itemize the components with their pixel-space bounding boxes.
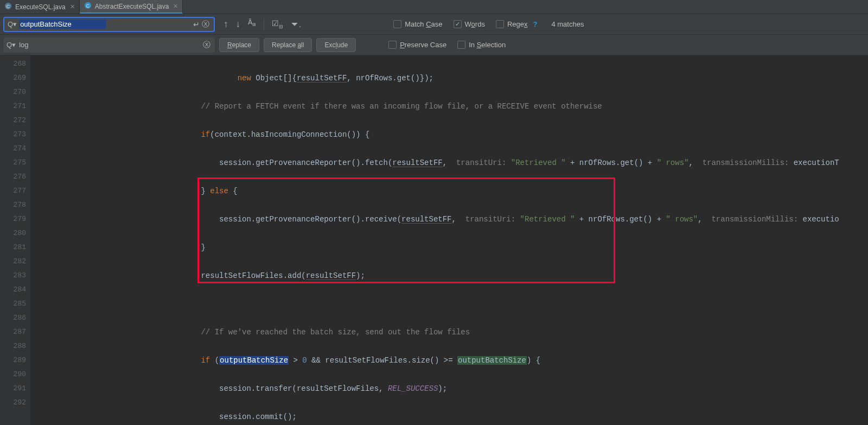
add-selection-icon[interactable]: ☑⊟	[272, 19, 283, 29]
replace-toolbar: Q▾ log ⓧ Replace Replace all Exclude Pre…	[0, 35, 868, 55]
line-number[interactable]: 290	[0, 367, 26, 382]
line-number[interactable]: 272	[0, 113, 26, 128]
line-number[interactable]: 292	[0, 396, 26, 410]
tab-label: AbstractExecuteSQL.java	[95, 3, 169, 10]
clear-find-icon[interactable]: ⓧ	[201, 20, 210, 29]
find-input[interactable]: Q▾ outputBatchSize ↵ ⓧ	[3, 17, 215, 32]
replace-input[interactable]: Q▾ log ⓧ	[3, 37, 215, 53]
checkbox-icon	[393, 20, 401, 28]
java-class-icon: C	[4, 2, 12, 11]
line-number[interactable]: 277	[0, 184, 26, 198]
checkbox-label: In Selection	[469, 41, 506, 49]
checkbox-icon	[388, 41, 397, 49]
line-number[interactable]: 273	[0, 128, 26, 142]
checkbox-label: Regex	[507, 20, 528, 28]
checkbox-label: Preserve Case	[400, 41, 446, 49]
line-number[interactable]: 278	[0, 198, 26, 212]
regex-checkbox[interactable]: Regex ?	[493, 20, 543, 28]
line-number[interactable]: 274	[0, 142, 26, 156]
java-class-icon: C	[84, 2, 92, 11]
exclude-button[interactable]: Exclude	[316, 38, 356, 52]
tab-abstract-execute-sql[interactable]: C AbstractExecuteSQL.java ✕	[80, 0, 183, 14]
line-number[interactable]: 283	[0, 269, 26, 283]
checkbox-icon	[496, 20, 504, 28]
checkbox-label: Match Case	[405, 20, 442, 28]
line-number[interactable]: 285	[0, 297, 26, 311]
words-checkbox[interactable]: Words	[450, 20, 488, 28]
line-number[interactable]: 268	[0, 57, 26, 71]
checkbox-icon	[457, 41, 465, 49]
tab-execute-sql[interactable]: C ExecuteSQL.java ✕	[0, 0, 80, 14]
line-number[interactable]: 282	[0, 255, 26, 269]
preserve-case-checkbox[interactable]: Preserve Case	[385, 41, 450, 49]
line-number[interactable]: 270	[0, 85, 26, 99]
replace-input-text: log	[16, 41, 112, 49]
match-case-checkbox[interactable]: Match Case	[390, 20, 445, 28]
replace-all-button[interactable]: Replace all	[264, 38, 312, 52]
checkbox-icon	[454, 20, 462, 28]
line-number[interactable]: 280	[0, 226, 26, 240]
search-icon: Q▾	[7, 41, 16, 49]
svg-text:C: C	[86, 3, 90, 9]
line-number[interactable]: 275	[0, 156, 26, 170]
line-number[interactable]: 284	[0, 283, 26, 297]
clear-replace-icon[interactable]: ⓧ	[202, 40, 212, 50]
line-number[interactable]: 276	[0, 170, 26, 184]
search-icon: Q▾	[8, 20, 17, 28]
replace-button[interactable]: Replace	[219, 38, 259, 52]
code-area[interactable]: new Object[]{resultSetFF, nrOfRows.get()…	[30, 55, 868, 425]
line-number[interactable]: 281	[0, 240, 26, 255]
in-selection-checkbox[interactable]: In Selection	[454, 41, 509, 49]
find-toolbar: Q▾ outputBatchSize ↵ ⓧ ↑ ↓ Ȃ⊞ ☑⊟ ⏷. Matc…	[0, 14, 868, 35]
line-number-gutter[interactable]: 2682692702712722732742752762772782792802…	[0, 55, 30, 425]
line-number[interactable]: 289	[0, 353, 26, 367]
find-nav-icons: ↑ ↓ Ȃ⊞ ☑⊟ ⏷.	[219, 18, 305, 30]
match-count: 4 matches	[547, 20, 588, 28]
line-number[interactable]: 271	[0, 99, 26, 113]
line-number[interactable]: 287	[0, 325, 26, 339]
editor-tabs: C ExecuteSQL.java ✕ C AbstractExecuteSQL…	[0, 0, 868, 14]
enter-icon[interactable]: ↵	[192, 20, 201, 29]
code-editor: 2682692702712722732742752762772782792802…	[0, 55, 868, 425]
line-number[interactable]: 291	[0, 382, 26, 396]
checkbox-label: Words	[465, 20, 485, 28]
tab-label: ExecuteSQL.java	[15, 3, 66, 11]
line-number[interactable]: 269	[0, 71, 26, 85]
line-number[interactable]: 279	[0, 212, 26, 226]
line-number[interactable]: 286	[0, 311, 26, 325]
prev-match-icon[interactable]: ↑	[224, 19, 228, 30]
divider	[264, 18, 264, 30]
filter-icon[interactable]: ⏷.	[291, 20, 301, 29]
svg-text:C: C	[7, 4, 10, 9]
find-input-text: outputBatchSize	[19, 20, 105, 29]
select-all-icon[interactable]: Ȃ⊞	[248, 18, 256, 27]
close-icon[interactable]: ✕	[70, 3, 75, 10]
line-number[interactable]: 288	[0, 339, 26, 353]
help-icon[interactable]: ?	[531, 20, 539, 28]
close-icon[interactable]: ✕	[173, 3, 178, 10]
next-match-icon[interactable]: ↓	[236, 19, 241, 30]
